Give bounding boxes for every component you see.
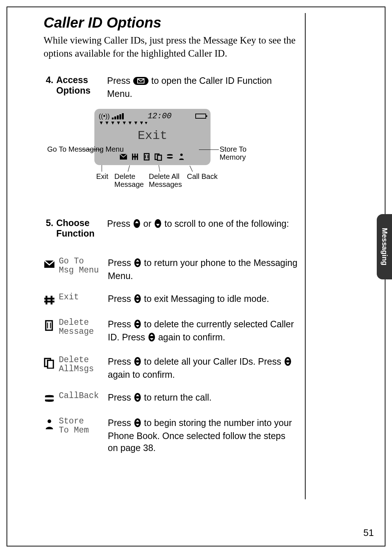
- nav-icon: [134, 418, 142, 430]
- function-row: Go ToMsg MenuPress to return your phone …: [44, 257, 298, 282]
- nav-icon: [134, 357, 142, 369]
- text-mid: or: [143, 218, 151, 229]
- callout-left: Go To Messaging Menu: [47, 145, 124, 153]
- callout-line: [189, 165, 193, 172]
- nav-icon: [134, 393, 142, 405]
- function-label-line2: Message: [59, 327, 108, 336]
- step-label: Access Options: [56, 75, 107, 100]
- step-number: 5.: [44, 218, 56, 239]
- function-body: Press to return your phone to the Messag…: [108, 257, 298, 282]
- step-body: Press to open the Caller ID Function Men…: [107, 75, 298, 100]
- msg-icon: [44, 257, 59, 271]
- nav-icon: [284, 357, 292, 369]
- function-label-line1: Store: [59, 417, 108, 426]
- delete-msg-icon: [143, 153, 151, 161]
- function-label: DeleteMessage: [59, 318, 108, 337]
- step-label: Choose Function: [56, 218, 107, 239]
- page-title: Caller ID Options: [44, 15, 298, 31]
- side-tab-label: Messaging: [380, 228, 389, 265]
- person-icon: [44, 417, 59, 431]
- nav-up-icon: [133, 219, 141, 231]
- icon-strip: [94, 153, 211, 161]
- antenna-icon: ((•)): [99, 112, 110, 120]
- battery-icon: [195, 114, 206, 119]
- function-body: Press to begin storing the number into y…: [108, 417, 298, 454]
- function-label: StoreTo Mem: [59, 417, 108, 435]
- callout-callback: Call Back: [187, 172, 217, 180]
- text-post: to exit Messaging to idle mode.: [144, 294, 269, 304]
- nav-icon: [148, 332, 156, 345]
- callout-right: Store To Memory: [220, 145, 250, 161]
- nav-down-icon: [154, 219, 162, 231]
- function-label: Exit: [59, 293, 108, 302]
- text-mid: to delete all your Caller IDs. Press: [144, 356, 281, 366]
- svg-point-6: [180, 153, 183, 156]
- text-pre: Press: [107, 75, 130, 86]
- step-access-options: 4. Access Options Press to open the Call…: [44, 75, 298, 100]
- function-row: DeleteAllMsgsPress to delete all your Ca…: [44, 356, 298, 381]
- page-icon: [44, 318, 59, 333]
- signal-icon: [112, 113, 124, 119]
- text-pre: Press: [108, 294, 131, 304]
- text-pre: Press: [108, 356, 131, 366]
- phone-screen-diagram: ((•)) 12:00 ▼▼▼▼▼▼▼▼▾ Exit Go To Messagi…: [47, 109, 250, 203]
- function-label-line1: Delete: [59, 318, 108, 327]
- text-post: again to confirm.: [158, 332, 225, 342]
- step-body: Press or to scroll to one of the followi…: [107, 218, 298, 239]
- vertical-divider: [305, 13, 306, 499]
- hash-icon: [44, 293, 59, 307]
- function-label-line1: Go To: [59, 257, 108, 266]
- function-body: Press to return the call.: [108, 392, 298, 405]
- step-number: 4.: [44, 75, 56, 100]
- callout-delete-all: Delete All Messages: [149, 172, 185, 188]
- phone-icon: [44, 392, 59, 406]
- callout-line: [82, 149, 102, 150]
- nav-icon: [134, 294, 142, 306]
- nav-icon: [134, 258, 142, 270]
- nav-icon: [134, 319, 142, 332]
- svg-point-8: [155, 219, 161, 228]
- callback-icon: [166, 153, 174, 161]
- function-label: Go ToMsg Menu: [59, 257, 108, 275]
- callout-line: [159, 165, 160, 172]
- arrow-row: ▼▼▼▼▼▼▼▼▾: [99, 120, 148, 126]
- function-row: ExitPress to exit Messaging to idle mode…: [44, 293, 298, 307]
- side-tab: Messaging: [377, 214, 392, 279]
- intro-paragraph: While viewing Caller IDs, just press the…: [44, 34, 298, 60]
- text-pre: Press: [108, 418, 131, 428]
- function-body: Press to delete the currently selected C…: [108, 318, 298, 345]
- svg-point-7: [134, 219, 140, 228]
- text-post: to scroll to one of the following:: [164, 218, 289, 229]
- step-choose-function: 5. Choose Function Press or to scroll to…: [44, 218, 298, 239]
- function-row: CallBackPress to return the call.: [44, 392, 298, 406]
- delete-all-icon: [154, 153, 162, 161]
- text-post: to open the Caller ID Function Menu.: [107, 75, 272, 99]
- callout-delete-msg: Delete Message: [114, 172, 147, 188]
- function-label-line2: To Mem: [59, 426, 108, 435]
- function-label: DeleteAllMsgs: [59, 356, 108, 374]
- function-body: Press to exit Messaging to idle mode.: [108, 293, 298, 306]
- text-pre: Press: [108, 258, 131, 268]
- function-label-line2: AllMsgs: [59, 365, 108, 374]
- exit-icon: [131, 153, 139, 161]
- function-row: StoreTo MemPress to begin storing the nu…: [44, 417, 298, 454]
- screen-main-text: Exit: [94, 129, 211, 143]
- store-mem-icon: [177, 153, 185, 161]
- callout-line: [128, 165, 130, 172]
- goto-msg-icon: [119, 153, 127, 161]
- text-post: again to confirm.: [108, 369, 175, 380]
- svg-rect-3: [144, 153, 149, 160]
- function-label-line1: Exit: [59, 293, 108, 302]
- function-label-line1: Delete: [59, 356, 108, 365]
- text-pre: Press: [108, 319, 131, 329]
- function-label: CallBack: [59, 392, 108, 401]
- callout-line: [199, 149, 219, 150]
- function-label-line2: Msg Menu: [59, 266, 108, 275]
- callout-exit: Exit: [96, 172, 108, 180]
- envelope-key-icon: [133, 76, 149, 88]
- text-post: to return the call.: [144, 392, 212, 402]
- function-row: DeleteMessagePress to delete the current…: [44, 318, 298, 345]
- text-pre: Press: [107, 218, 130, 229]
- function-body: Press to delete all your Caller IDs. Pre…: [108, 356, 298, 381]
- clock-text: 12:00: [148, 112, 172, 121]
